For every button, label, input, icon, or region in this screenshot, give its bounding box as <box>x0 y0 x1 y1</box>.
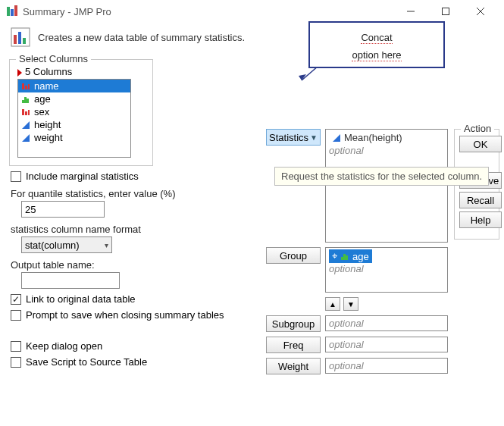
freq-placeholder: optional <box>329 339 364 350</box>
subgroup-button-label: Subgroup <box>272 318 315 330</box>
group-button-label: Group <box>280 250 307 262</box>
svg-rect-9 <box>18 32 21 44</box>
svg-rect-26 <box>343 254 346 260</box>
svg-rect-25 <box>341 257 343 260</box>
statistics-entry-label: Mean(height) <box>344 132 402 143</box>
columns-count-label: 5 Columns <box>25 66 72 77</box>
svg-marker-24 <box>333 134 340 142</box>
include-marginal-checkbox[interactable] <box>11 171 21 182</box>
select-columns-fieldset: Select Columns 5 Columns nameagesexheigh… <box>9 59 153 166</box>
maximize-button[interactable] <box>428 0 463 23</box>
link-original-label: Link to original data table <box>26 293 136 305</box>
summary-icon <box>11 27 30 47</box>
ok-button[interactable]: OK <box>459 136 502 152</box>
titlebar: Summary - JMP Pro <box>0 0 504 23</box>
column-item[interactable]: height <box>18 118 130 131</box>
statistics-dropzone[interactable]: Mean(height) optional <box>325 129 448 243</box>
svg-rect-16 <box>22 100 24 103</box>
group-placeholder: optional <box>329 263 444 274</box>
subgroup-button[interactable]: Subgroup <box>266 315 321 332</box>
statistics-entry[interactable]: Mean(height) <box>329 131 405 144</box>
weight-button-label: Weight <box>278 361 308 372</box>
annotation-callout: Concatoption here <box>308 21 445 68</box>
svg-rect-27 <box>346 255 348 260</box>
statistics-button[interactable]: Statistics ▼ <box>266 129 321 146</box>
freq-dropzone[interactable]: optional <box>325 337 448 352</box>
keep-open-checkbox[interactable] <box>11 341 21 352</box>
svg-rect-18 <box>27 99 29 103</box>
minimize-button[interactable] <box>393 0 428 23</box>
close-button[interactable] <box>463 0 498 23</box>
column-item[interactable]: age <box>18 92 130 105</box>
svg-rect-17 <box>24 97 27 103</box>
name-format-dropdown[interactable]: stat(column) ▾ <box>21 236 112 253</box>
svg-rect-15 <box>28 84 30 89</box>
group-dropzone[interactable]: ⌖ age optional <box>325 247 448 293</box>
weight-placeholder: optional <box>329 360 364 371</box>
sort-desc-button[interactable]: ▼ <box>343 297 358 311</box>
svg-marker-23 <box>22 134 30 142</box>
columns-listbox[interactable]: nameagesexheightweight <box>17 79 131 158</box>
keep-open-label: Keep dialog open <box>26 340 102 352</box>
save-script-label: Save Script to Source Table <box>26 356 147 368</box>
svg-rect-8 <box>14 35 17 44</box>
app-icon <box>6 5 18 17</box>
link-icon: ⌖ <box>332 250 337 262</box>
link-original-row[interactable]: Link to original data table <box>11 293 258 305</box>
disclosure-triangle-icon <box>17 69 22 77</box>
include-marginal-label: Include marginal statistics <box>26 171 139 182</box>
svg-rect-13 <box>22 83 24 89</box>
help-button[interactable]: Help <box>459 211 502 228</box>
output-name-input[interactable] <box>21 272 120 289</box>
statistics-button-label: Statistics <box>269 132 308 143</box>
subgroup-placeholder: optional <box>329 318 364 329</box>
group-button[interactable]: Group <box>266 247 321 264</box>
group-entry-label: age <box>352 251 369 262</box>
include-marginal-row[interactable]: Include marginal statistics <box>11 171 258 182</box>
column-item[interactable]: name <box>18 80 130 92</box>
svg-rect-19 <box>22 109 24 115</box>
prompt-save-row[interactable]: Prompt to save when closing summary tabl… <box>11 309 258 321</box>
svg-rect-20 <box>25 111 27 115</box>
svg-rect-1 <box>11 9 14 16</box>
recall-button[interactable]: Recall <box>459 192 502 208</box>
svg-rect-14 <box>25 86 27 89</box>
window-title: Summary - JMP Pro <box>23 6 393 17</box>
svg-rect-21 <box>28 110 30 115</box>
action-legend: Action <box>461 123 494 134</box>
chevron-down-icon: ▼ <box>310 133 318 142</box>
weight-dropzone[interactable]: optional <box>325 358 448 374</box>
column-item[interactable]: sex <box>18 105 130 118</box>
prompt-save-label: Prompt to save when closing summary tabl… <box>26 309 224 321</box>
quantile-label: For quantile statistics, enter value (%) <box>11 188 258 199</box>
freq-button[interactable]: Freq <box>266 337 321 353</box>
column-item[interactable]: weight <box>18 131 130 144</box>
subgroup-dropzone[interactable]: optional <box>325 315 448 331</box>
svg-rect-2 <box>14 5 17 16</box>
statistics-placeholder: optional <box>329 145 444 156</box>
freq-button-label: Freq <box>283 340 304 351</box>
name-format-value: stat(column) <box>25 240 80 251</box>
sort-asc-button[interactable]: ▲ <box>325 297 340 311</box>
quantile-input[interactable] <box>21 201 105 218</box>
svg-rect-4 <box>443 8 449 15</box>
svg-rect-10 <box>23 38 26 44</box>
chevron-down-icon: ▾ <box>105 241 108 249</box>
svg-marker-22 <box>22 121 30 129</box>
description-text: Creates a new data table of summary stat… <box>38 32 245 43</box>
columns-count-header[interactable]: 5 Columns <box>17 66 145 77</box>
save-script-checkbox[interactable] <box>11 357 21 368</box>
name-format-label: statistics column name format <box>11 224 258 235</box>
keep-open-row[interactable]: Keep dialog open <box>11 340 258 352</box>
prompt-save-checkbox[interactable] <box>11 310 21 321</box>
output-name-label: Output table name: <box>11 259 258 271</box>
group-entry[interactable]: ⌖ age <box>329 249 372 263</box>
weight-button[interactable]: Weight <box>266 358 321 374</box>
svg-rect-0 <box>7 7 10 16</box>
select-columns-legend: Select Columns <box>16 53 91 64</box>
tooltip: Request the statistics for the selected … <box>274 167 489 186</box>
link-original-checkbox[interactable] <box>11 294 21 305</box>
save-script-row[interactable]: Save Script to Source Table <box>11 356 258 368</box>
